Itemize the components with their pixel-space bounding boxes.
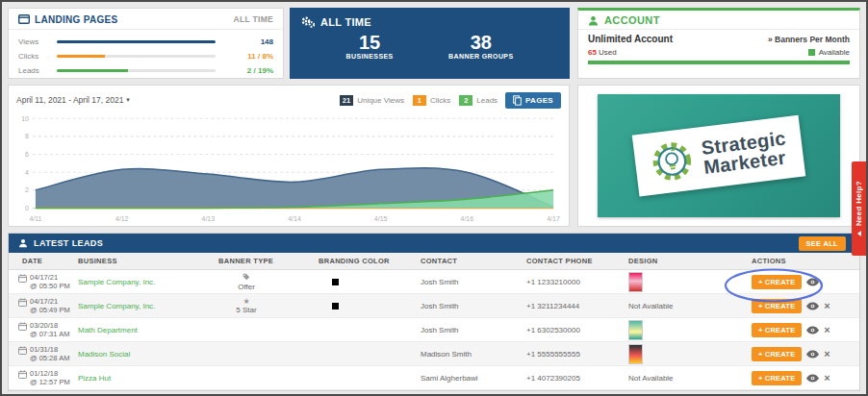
- create-button[interactable]: + CREATE: [752, 371, 802, 385]
- landing-pages-panel: LANDING PAGES ALL TIME Views 148 Clicks …: [8, 8, 284, 79]
- phone-cell: +1 5555555555: [521, 350, 623, 359]
- eye-icon: [806, 302, 819, 310]
- all-time-panel: ALL TIME 15 BUSINESSES 38 BANNER GROUPS: [290, 8, 570, 79]
- actions-cell: + CREATE ×: [746, 371, 859, 385]
- date-cell: 03/20/18@ 07:31 AM: [9, 318, 72, 341]
- phone-cell: +1 4072390205: [521, 374, 623, 383]
- see-all-button[interactable]: SEE ALL: [799, 236, 847, 251]
- create-button[interactable]: + CREATE: [752, 347, 802, 361]
- logo-card: Strategic Marketer: [632, 115, 806, 197]
- period-label: ALL TIME: [234, 14, 273, 24]
- view-button[interactable]: [806, 374, 819, 383]
- clicks-progress-bar: [57, 55, 216, 58]
- business-link[interactable]: Pizza Hut: [78, 374, 111, 383]
- business-link[interactable]: Math Department: [78, 326, 138, 334]
- tag-icon: [243, 273, 250, 283]
- table-row: 01/12/18@ 12:57 PM Pizza Hut Sami Algher…: [9, 366, 859, 390]
- create-button[interactable]: + CREATE: [752, 275, 802, 289]
- collapse-arrow-icon: [857, 231, 861, 236]
- legend-clicks: 1 Clicks: [413, 95, 450, 106]
- strategic-marketer-logo: Strategic Marketer: [598, 94, 840, 217]
- create-button[interactable]: + CREATE: [752, 299, 802, 313]
- svg-text:4/13: 4/13: [202, 215, 216, 223]
- design-thumbnail[interactable]: [628, 320, 643, 340]
- available-color-box: [808, 49, 815, 56]
- traffic-chart-panel: April 11, 2021 - April 17, 2021 ▾ 21 Uni…: [8, 85, 570, 227]
- logo-wordmark: Strategic Marketer: [701, 128, 790, 176]
- view-button[interactable]: [806, 350, 819, 359]
- svg-text:4/16: 4/16: [461, 215, 474, 223]
- used-label: 65Used: [588, 48, 617, 57]
- panel-title: LATEST LEADS: [34, 238, 103, 248]
- design-thumbnail[interactable]: [628, 344, 643, 364]
- svg-text:4/14: 4/14: [288, 215, 301, 223]
- svg-text:4/11: 4/11: [29, 215, 41, 223]
- business-link[interactable]: Sample Company, Inc.: [78, 278, 155, 286]
- design-cell: Not Available: [623, 302, 746, 310]
- svg-text:8: 8: [25, 133, 29, 140]
- latest-leads-header: LATEST LEADS SEE ALL: [9, 234, 859, 253]
- star-icon: ★: [243, 298, 249, 306]
- svg-text:2: 2: [25, 186, 29, 194]
- design-thumbnail[interactable]: [628, 272, 643, 292]
- branding-color-swatch: [332, 303, 339, 309]
- contact-cell: Sami Algherbawi: [415, 374, 521, 383]
- contact-cell: Josh Smith: [415, 302, 521, 310]
- eye-icon: [806, 278, 819, 286]
- table-row: 04/17/21@ 05:49 PM Sample Company, Inc. …: [9, 294, 859, 318]
- chart-toolbar: April 11, 2021 - April 17, 2021 ▾ 21 Uni…: [16, 91, 561, 109]
- eye-icon: [806, 350, 819, 359]
- pages-button[interactable]: PAGES: [505, 92, 561, 109]
- calendar-icon: [18, 322, 27, 331]
- x-icon: ×: [824, 301, 830, 310]
- legend-leads: 2 Leads: [459, 95, 498, 106]
- date-cell: 04/17/21@ 05:50 PM: [9, 270, 72, 293]
- phone-cell: +1 1233210000: [521, 278, 623, 286]
- legend-unique-views: 21 Unique Views: [340, 95, 404, 106]
- date-cell: 01/12/18@ 12:57 PM: [9, 366, 72, 389]
- panel-title: ALL TIME: [320, 16, 371, 28]
- views-progress-bar: [57, 40, 216, 43]
- panel-title: LANDING PAGES: [35, 14, 118, 25]
- delete-button[interactable]: ×: [824, 325, 830, 334]
- contact-cell: Madison Smith: [415, 350, 521, 359]
- plan-label: Unlimited Account: [588, 34, 673, 44]
- business-link[interactable]: Madison Social: [78, 350, 130, 359]
- date-range-selector[interactable]: April 11, 2021 - April 17, 2021 ▾: [16, 95, 130, 105]
- metrics-list: Views 148 Clicks 11 / 8% Leads 2 / 19%: [9, 30, 283, 78]
- x-icon: ×: [824, 373, 830, 383]
- landing-pages-icon: [18, 13, 30, 25]
- delete-button[interactable]: ×: [824, 373, 830, 383]
- create-button[interactable]: + CREATE: [752, 323, 802, 337]
- date-cell: 04/17/21@ 05:49 PM: [9, 294, 72, 317]
- svg-text:4/17: 4/17: [547, 215, 560, 223]
- legend-color-box: 2: [459, 95, 472, 106]
- gear-lightbulb-icon: [649, 137, 696, 185]
- table-row: 04/17/21@ 05:50 PM Sample Company, Inc. …: [9, 270, 859, 294]
- svg-text:4: 4: [25, 169, 29, 177]
- logo-panel: Strategic Marketer: [577, 85, 860, 227]
- available-bar: [588, 61, 850, 64]
- caret-down-icon: ▾: [126, 96, 130, 104]
- actions-cell: + CREATE ×: [746, 299, 859, 313]
- svg-text:10: 10: [21, 115, 29, 123]
- business-link[interactable]: Sample Company, Inc.: [78, 302, 155, 310]
- view-button[interactable]: [806, 302, 819, 310]
- view-button[interactable]: [806, 326, 819, 334]
- x-icon: ×: [824, 325, 830, 334]
- account-header: ACCOUNT: [578, 11, 859, 30]
- panel-title: ACCOUNT: [604, 14, 660, 26]
- banner-type-cell: Offer: [213, 273, 313, 291]
- delete-button[interactable]: ×: [824, 301, 830, 310]
- all-time-stats: 15 BUSINESSES 38 BANNER GROUPS: [291, 32, 569, 60]
- need-help-tab[interactable]: Need Help?: [852, 161, 866, 256]
- landing-pages-header: LANDING PAGES ALL TIME: [9, 9, 283, 30]
- actions-cell: + CREATE ×: [746, 323, 859, 337]
- delete-button[interactable]: ×: [824, 349, 830, 359]
- banners-per-month-link[interactable]: » Banners Per Month: [768, 35, 850, 44]
- view-button[interactable]: [806, 278, 819, 286]
- table-row: 03/20/18@ 07:31 AM Math Department Josh …: [9, 318, 859, 342]
- metric-leads: Leads 2 / 19%: [18, 63, 273, 78]
- account-panel: ACCOUNT Unlimited Account » Banners Per …: [577, 8, 860, 79]
- usage-row: 65Used Available: [578, 44, 859, 57]
